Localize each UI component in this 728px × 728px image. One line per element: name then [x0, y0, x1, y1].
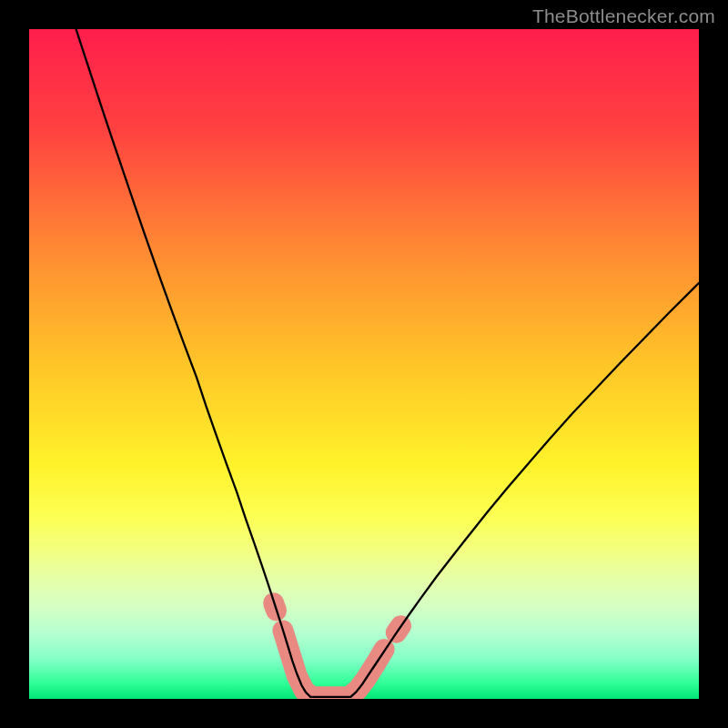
plot-area [29, 29, 699, 699]
chart-frame: TheBottlenecker.com [0, 0, 728, 728]
chart-curves [29, 29, 699, 699]
watermark-text: TheBottlenecker.com [532, 5, 715, 27]
pink-segments [283, 631, 384, 697]
